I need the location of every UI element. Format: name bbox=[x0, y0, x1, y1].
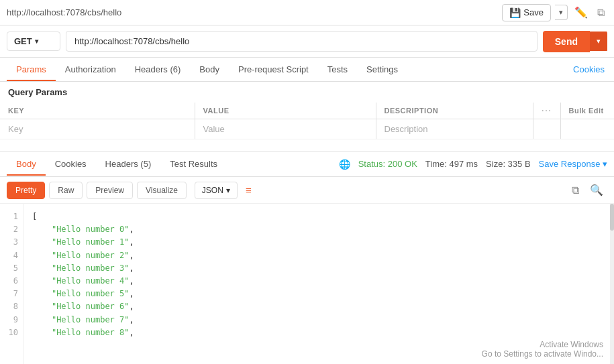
copy-code-icon: ⧉ bbox=[572, 184, 579, 196]
line-number: 4 bbox=[5, 249, 18, 262]
format-select[interactable]: JSON ▾ bbox=[195, 182, 238, 199]
edit-button[interactable]: ✏️ bbox=[572, 3, 591, 21]
col-header-description: DESCRIPTION bbox=[376, 103, 533, 119]
save-button[interactable]: 💾 Save bbox=[502, 4, 551, 21]
pretty-button[interactable]: Pretty bbox=[7, 182, 45, 199]
line-number: 3 bbox=[5, 236, 18, 249]
query-params-section-title: Query Params bbox=[0, 82, 614, 103]
tab-tests[interactable]: Tests bbox=[318, 59, 357, 81]
key-cell[interactable]: Key bbox=[0, 119, 195, 139]
line-number: 7 bbox=[5, 288, 18, 300]
format-label: JSON bbox=[202, 186, 223, 195]
cookies-link[interactable]: Cookies bbox=[573, 64, 607, 74]
search-code-button[interactable]: 🔍 bbox=[586, 181, 607, 199]
code-line: "Hello number 0", bbox=[32, 223, 606, 236]
raw-button[interactable]: Raw bbox=[49, 182, 83, 199]
copy-code-button[interactable]: ⧉ bbox=[568, 181, 583, 199]
method-label: GET bbox=[14, 36, 32, 46]
params-table: KEY VALUE DESCRIPTION ··· Bulk Edit Key … bbox=[0, 103, 614, 139]
tab-authorization[interactable]: Authorization bbox=[56, 59, 125, 81]
response-info: 🌐 Status: 200 OK Time: 497 ms Size: 335 … bbox=[339, 159, 607, 170]
visualize-button[interactable]: Visualize bbox=[137, 182, 187, 199]
code-line: "Hello number 5", bbox=[32, 288, 606, 300]
response-tabs-left: Body Cookies Headers (5) Test Results bbox=[7, 153, 227, 175]
response-size: Size: 335 B bbox=[486, 159, 531, 169]
spacer bbox=[0, 139, 614, 151]
save-label: Save bbox=[523, 7, 544, 17]
line-number: 1 bbox=[5, 210, 18, 223]
title-bar: http://localhost:7078/cbs/hello 💾 Save ▾… bbox=[0, 0, 614, 25]
response-time: Time: 497 ms bbox=[425, 159, 478, 169]
line-number: 6 bbox=[5, 275, 18, 288]
tab-headers[interactable]: Headers (6) bbox=[125, 59, 191, 81]
method-caret-icon: ▾ bbox=[35, 38, 38, 45]
save-caret-button[interactable]: ▾ bbox=[555, 5, 568, 20]
response-tab-cookies[interactable]: Cookies bbox=[46, 154, 96, 176]
tab-params[interactable]: Params bbox=[7, 59, 56, 81]
col-header-key: KEY bbox=[0, 103, 195, 119]
value-cell[interactable]: Value bbox=[195, 119, 376, 139]
table-row: Key Value Description bbox=[0, 119, 614, 139]
tab-pre-request[interactable]: Pre-request Script bbox=[229, 59, 318, 81]
url-input[interactable] bbox=[66, 31, 538, 52]
send-button-group: Send ▾ bbox=[543, 31, 607, 52]
url-bar: GET ▾ Send ▾ bbox=[0, 25, 614, 58]
send-label: Send bbox=[555, 36, 578, 47]
preview-button[interactable]: Preview bbox=[87, 182, 133, 199]
code-line: "Hello number 1", bbox=[32, 236, 606, 249]
response-tab-headers[interactable]: Headers (5) bbox=[96, 154, 161, 176]
code-actions: ⧉ 🔍 bbox=[568, 181, 607, 199]
format-caret-icon: ▾ bbox=[226, 186, 230, 195]
dots-icon: ··· bbox=[542, 107, 552, 115]
line-numbers: 12345678910 bbox=[0, 204, 24, 364]
scrollbar-thumb[interactable] bbox=[610, 204, 614, 231]
send-caret-button[interactable]: ▾ bbox=[590, 32, 607, 51]
line-number: 9 bbox=[5, 314, 18, 326]
col-header-value: VALUE bbox=[195, 103, 376, 119]
globe-icon: 🌐 bbox=[339, 159, 350, 170]
bulk-cell bbox=[560, 119, 614, 139]
code-line: "Hello number 8", bbox=[32, 326, 606, 339]
line-number: 8 bbox=[5, 300, 18, 313]
description-cell[interactable]: Description bbox=[376, 119, 533, 139]
response-status: Status: 200 OK bbox=[358, 159, 417, 169]
code-line: "Hello number 2", bbox=[32, 249, 606, 262]
line-number: 5 bbox=[5, 262, 18, 275]
scrollbar[interactable] bbox=[610, 204, 614, 364]
code-content[interactable]: [ "Hello number 0", "Hello number 1", "H… bbox=[24, 204, 614, 364]
send-main-button[interactable]: Send bbox=[543, 31, 590, 52]
search-icon: 🔍 bbox=[590, 184, 603, 196]
code-line: "Hello number 4", bbox=[32, 275, 606, 288]
code-area: 12345678910 [ "Hello number 0", "Hello n… bbox=[0, 204, 614, 364]
copy-icon: ⧉ bbox=[597, 7, 605, 18]
tab-body[interactable]: Body bbox=[190, 59, 229, 81]
tab-settings[interactable]: Settings bbox=[357, 59, 407, 81]
title-actions: 💾 Save ▾ ✏️ ⧉ bbox=[502, 3, 607, 21]
line-number: 10 bbox=[5, 326, 18, 339]
copy-button[interactable]: ⧉ bbox=[595, 4, 607, 21]
send-caret-icon: ▾ bbox=[597, 37, 601, 45]
filter-icon: ≡ bbox=[246, 184, 252, 196]
method-select[interactable]: GET ▾ bbox=[7, 32, 60, 51]
save-icon: 💾 bbox=[509, 7, 521, 18]
code-line: "Hello number 7", bbox=[32, 314, 606, 326]
code-line: [ bbox=[32, 210, 606, 223]
code-line: "Hello number 6", bbox=[32, 300, 606, 313]
edit-icon: ✏️ bbox=[574, 7, 588, 18]
code-toolbar: Pretty Raw Preview Visualize JSON ▾ ≡ ⧉ … bbox=[0, 177, 614, 204]
response-tabs-bar: Body Cookies Headers (5) Test Results 🌐 … bbox=[0, 151, 614, 177]
line-number: 2 bbox=[5, 223, 18, 236]
col-header-dots: ··· bbox=[533, 103, 560, 119]
action-cell bbox=[533, 119, 560, 139]
col-header-bulk-edit[interactable]: Bulk Edit bbox=[560, 103, 614, 119]
request-tabs-bar: Params Authorization Headers (6) Body Pr… bbox=[0, 58, 614, 82]
tabs-left: Params Authorization Headers (6) Body Pr… bbox=[7, 58, 407, 80]
filter-button[interactable]: ≡ bbox=[242, 182, 256, 199]
response-tab-body[interactable]: Body bbox=[7, 154, 46, 176]
code-line: "Hello number 3", bbox=[32, 262, 606, 275]
save-response-button[interactable]: Save Response ▾ bbox=[539, 159, 607, 169]
title-url: http://localhost:7078/cbs/hello bbox=[7, 7, 121, 17]
response-tab-test-results[interactable]: Test Results bbox=[160, 154, 227, 176]
caret-icon: ▾ bbox=[559, 8, 563, 16]
